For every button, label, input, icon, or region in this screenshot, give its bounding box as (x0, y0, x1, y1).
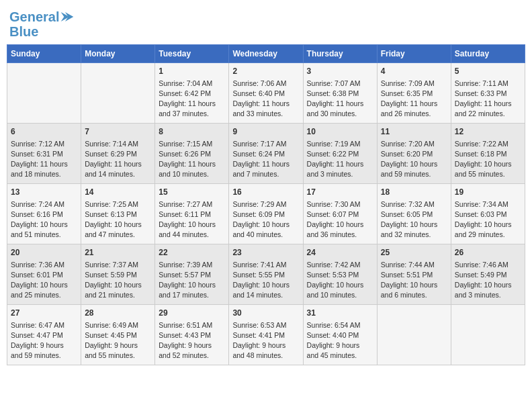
day-number: 17 (307, 187, 373, 198)
calendar-cell: 5Sunrise: 7:11 AM Sunset: 6:33 PM Daylig… (451, 63, 525, 124)
day-number: 3 (307, 66, 373, 77)
day-number: 23 (232, 247, 299, 259)
calendar-cell: 16Sunrise: 7:29 AM Sunset: 6:09 PM Dayli… (229, 184, 303, 244)
day-info: Sunrise: 7:20 AM Sunset: 6:20 PM Dayligh… (381, 139, 447, 180)
calendar-cell: 13Sunrise: 7:24 AM Sunset: 6:16 PM Dayli… (7, 184, 81, 244)
calendar-cell (81, 63, 155, 124)
calendar-cell: 1Sunrise: 7:04 AM Sunset: 6:42 PM Daylig… (155, 63, 229, 124)
day-info: Sunrise: 7:17 AM Sunset: 6:24 PM Dayligh… (232, 139, 299, 180)
calendar-cell: 10Sunrise: 7:19 AM Sunset: 6:22 PM Dayli… (303, 124, 377, 184)
day-info: Sunrise: 7:11 AM Sunset: 6:33 PM Dayligh… (455, 79, 521, 120)
day-info: Sunrise: 7:09 AM Sunset: 6:35 PM Dayligh… (381, 79, 447, 120)
day-number: 25 (381, 247, 447, 259)
calendar-cell: 14Sunrise: 7:25 AM Sunset: 6:13 PM Dayli… (81, 184, 155, 244)
day-header-saturday: Saturday (451, 45, 525, 63)
svg-marker-0 (61, 12, 69, 21)
day-number: 26 (455, 247, 521, 259)
day-number: 2 (232, 66, 299, 77)
day-info: Sunrise: 7:19 AM Sunset: 6:22 PM Dayligh… (307, 139, 373, 180)
calendar-week-3: 13Sunrise: 7:24 AM Sunset: 6:16 PM Dayli… (7, 184, 525, 244)
day-info: Sunrise: 7:07 AM Sunset: 6:38 PM Dayligh… (307, 79, 373, 120)
day-header-tuesday: Tuesday (155, 45, 229, 63)
day-info: Sunrise: 7:39 AM Sunset: 5:57 PM Dayligh… (159, 260, 225, 301)
day-info: Sunrise: 7:41 AM Sunset: 5:55 PM Dayligh… (232, 260, 299, 301)
day-info: Sunrise: 6:51 AM Sunset: 4:43 PM Dayligh… (159, 320, 225, 361)
page-header: General Blue (7, 7, 525, 39)
logo: General Blue (9, 7, 74, 39)
day-number: 4 (381, 66, 447, 77)
day-number: 20 (11, 247, 77, 259)
calendar-cell: 31Sunrise: 6:54 AM Sunset: 4:40 PM Dayli… (303, 305, 377, 365)
calendar-cell: 25Sunrise: 7:44 AM Sunset: 5:51 PM Dayli… (377, 244, 451, 305)
calendar-cell: 18Sunrise: 7:32 AM Sunset: 6:05 PM Dayli… (377, 184, 451, 244)
calendar-cell: 19Sunrise: 7:34 AM Sunset: 6:03 PM Dayli… (451, 184, 525, 244)
calendar-week-1: 1Sunrise: 7:04 AM Sunset: 6:42 PM Daylig… (7, 63, 525, 124)
day-number: 31 (307, 308, 373, 319)
day-number: 14 (85, 187, 151, 198)
calendar-cell: 15Sunrise: 7:27 AM Sunset: 6:11 PM Dayli… (155, 184, 229, 244)
day-number: 29 (159, 308, 225, 319)
day-info: Sunrise: 7:46 AM Sunset: 5:49 PM Dayligh… (455, 260, 521, 301)
day-number: 24 (307, 247, 373, 259)
day-info: Sunrise: 7:32 AM Sunset: 6:05 PM Dayligh… (381, 199, 447, 240)
calendar-cell: 30Sunrise: 6:53 AM Sunset: 4:41 PM Dayli… (229, 305, 303, 365)
day-info: Sunrise: 7:14 AM Sunset: 6:29 PM Dayligh… (85, 139, 151, 180)
logo-blue: Blue (9, 24, 38, 39)
day-info: Sunrise: 7:42 AM Sunset: 5:53 PM Dayligh… (307, 260, 373, 301)
calendar-cell: 12Sunrise: 7:22 AM Sunset: 6:18 PM Dayli… (451, 124, 525, 184)
day-number: 15 (159, 187, 225, 198)
day-number: 16 (232, 187, 299, 198)
calendar-cell: 23Sunrise: 7:41 AM Sunset: 5:55 PM Dayli… (229, 244, 303, 305)
day-info: Sunrise: 7:24 AM Sunset: 6:16 PM Dayligh… (11, 199, 77, 240)
day-header-wednesday: Wednesday (229, 45, 303, 63)
day-number: 22 (159, 247, 225, 259)
day-info: Sunrise: 7:36 AM Sunset: 6:01 PM Dayligh… (11, 260, 77, 301)
calendar-cell: 7Sunrise: 7:14 AM Sunset: 6:29 PM Daylig… (81, 124, 155, 184)
day-header-thursday: Thursday (303, 45, 377, 63)
day-number: 9 (232, 126, 299, 138)
day-number: 27 (11, 308, 77, 319)
day-header-sunday: Sunday (7, 45, 81, 63)
day-info: Sunrise: 7:34 AM Sunset: 6:03 PM Dayligh… (455, 199, 521, 240)
logo-text: General (9, 9, 59, 24)
calendar-week-5: 27Sunrise: 6:47 AM Sunset: 4:47 PM Dayli… (7, 305, 525, 365)
day-number: 6 (11, 126, 77, 138)
day-info: Sunrise: 7:25 AM Sunset: 6:13 PM Dayligh… (85, 199, 151, 240)
calendar-week-4: 20Sunrise: 7:36 AM Sunset: 6:01 PM Dayli… (7, 244, 525, 305)
day-info: Sunrise: 7:04 AM Sunset: 6:42 PM Dayligh… (159, 79, 225, 120)
calendar-cell: 29Sunrise: 6:51 AM Sunset: 4:43 PM Dayli… (155, 305, 229, 365)
calendar-cell: 17Sunrise: 7:30 AM Sunset: 6:07 PM Dayli… (303, 184, 377, 244)
calendar-body: 1Sunrise: 7:04 AM Sunset: 6:42 PM Daylig… (7, 63, 525, 365)
calendar-cell: 6Sunrise: 7:12 AM Sunset: 6:31 PM Daylig… (7, 124, 81, 184)
calendar-cell: 8Sunrise: 7:15 AM Sunset: 6:26 PM Daylig… (155, 124, 229, 184)
day-info: Sunrise: 6:54 AM Sunset: 4:40 PM Dayligh… (307, 320, 373, 361)
day-info: Sunrise: 6:47 AM Sunset: 4:47 PM Dayligh… (11, 320, 77, 361)
calendar-cell (377, 305, 451, 365)
calendar-cell: 26Sunrise: 7:46 AM Sunset: 5:49 PM Dayli… (451, 244, 525, 305)
day-header-friday: Friday (377, 45, 451, 63)
day-info: Sunrise: 6:49 AM Sunset: 4:45 PM Dayligh… (85, 320, 151, 361)
day-number: 30 (232, 308, 299, 319)
calendar-cell: 22Sunrise: 7:39 AM Sunset: 5:57 PM Dayli… (155, 244, 229, 305)
calendar-cell (451, 305, 525, 365)
day-info: Sunrise: 7:22 AM Sunset: 6:18 PM Dayligh… (455, 139, 521, 180)
day-number: 11 (381, 126, 447, 138)
day-info: Sunrise: 7:30 AM Sunset: 6:07 PM Dayligh… (307, 199, 373, 240)
day-number: 12 (455, 126, 521, 138)
calendar-cell: 2Sunrise: 7:06 AM Sunset: 6:40 PM Daylig… (229, 63, 303, 124)
calendar-cell: 11Sunrise: 7:20 AM Sunset: 6:20 PM Dayli… (377, 124, 451, 184)
day-info: Sunrise: 7:29 AM Sunset: 6:09 PM Dayligh… (232, 199, 299, 240)
calendar-cell: 9Sunrise: 7:17 AM Sunset: 6:24 PM Daylig… (229, 124, 303, 184)
calendar-cell: 27Sunrise: 6:47 AM Sunset: 4:47 PM Dayli… (7, 305, 81, 365)
day-info: Sunrise: 7:12 AM Sunset: 6:31 PM Dayligh… (11, 139, 77, 180)
day-info: Sunrise: 7:27 AM Sunset: 6:11 PM Dayligh… (159, 199, 225, 240)
day-info: Sunrise: 7:15 AM Sunset: 6:26 PM Dayligh… (159, 139, 225, 180)
day-info: Sunrise: 7:06 AM Sunset: 6:40 PM Dayligh… (232, 79, 299, 120)
day-number: 5 (455, 66, 521, 77)
calendar-cell: 24Sunrise: 7:42 AM Sunset: 5:53 PM Dayli… (303, 244, 377, 305)
calendar-cell: 3Sunrise: 7:07 AM Sunset: 6:38 PM Daylig… (303, 63, 377, 124)
calendar-table: SundayMondayTuesdayWednesdayThursdayFrid… (7, 44, 525, 365)
day-number: 7 (85, 126, 151, 138)
calendar-week-2: 6Sunrise: 7:12 AM Sunset: 6:31 PM Daylig… (7, 124, 525, 184)
day-info: Sunrise: 6:53 AM Sunset: 4:41 PM Dayligh… (232, 320, 299, 361)
